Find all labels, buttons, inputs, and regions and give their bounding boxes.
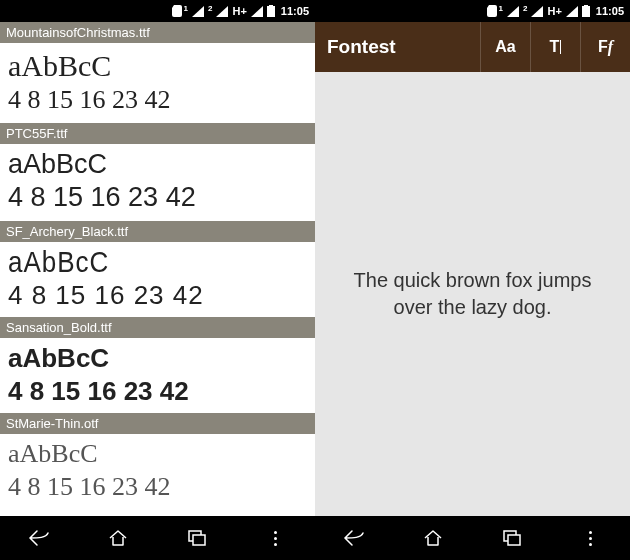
nav-bar <box>315 516 630 560</box>
sim2-label: 2 <box>523 4 527 13</box>
sample-numbers: 4 8 15 16 23 42 <box>8 86 307 115</box>
battery-icon <box>267 5 275 17</box>
ff-icon: Ff <box>598 38 613 56</box>
font-header[interactable]: PTC55F.ttf <box>0 123 315 144</box>
sample-letters: aAbBcC <box>8 150 307 180</box>
nav-bar <box>0 516 315 560</box>
font-header[interactable]: StMarie-Thin.otf <box>0 413 315 434</box>
signal-icon <box>216 6 228 17</box>
sim-card-icon: 1 <box>487 5 503 17</box>
sim1-label: 1 <box>184 4 188 13</box>
menu-dots-button[interactable] <box>566 523 616 553</box>
font-sample[interactable]: aAbBcC4 8 15 16 23 42 <box>0 338 315 413</box>
menu-dots-button[interactable] <box>251 523 301 553</box>
sample-numbers: 4 8 15 16 23 42 <box>8 473 307 502</box>
font-sample[interactable]: aAbBcC4 8 15 16 23 42 <box>0 242 315 317</box>
action-ff-button[interactable]: Ff <box>580 22 630 72</box>
text-cursor-icon: T <box>550 38 562 56</box>
signal-icon <box>566 6 578 17</box>
menu-dots-icon <box>274 531 277 546</box>
back-button[interactable] <box>329 523 379 553</box>
sample-numbers: 4 8 15 16 23 42 <box>8 183 307 213</box>
status-bar: 1 2 H+ 11:05 <box>0 0 315 22</box>
preview-area[interactable]: The quick brown fox jumps over the lazy … <box>315 72 630 516</box>
svg-rect-1 <box>193 535 205 545</box>
font-sample[interactable]: aAbBcC4 8 15 16 23 42 <box>0 43 315 123</box>
font-header[interactable]: SF_Archery_Black.ttf <box>0 221 315 242</box>
network-label: H+ <box>547 5 561 17</box>
battery-icon <box>582 5 590 17</box>
back-button[interactable] <box>14 523 64 553</box>
sim1-label: 1 <box>499 4 503 13</box>
svg-rect-3 <box>508 535 520 545</box>
home-button[interactable] <box>408 523 458 553</box>
signal-icon <box>251 6 263 17</box>
sample-letters: aAbBcC <box>8 49 307 82</box>
sample-numbers: 4 8 15 16 23 42 <box>8 377 307 406</box>
signal-icon <box>507 6 519 17</box>
menu-dots-icon <box>589 531 592 546</box>
clock: 11:05 <box>596 5 624 17</box>
app-title: Fontest <box>315 22 480 72</box>
aa-icon: Aa <box>495 38 515 56</box>
font-list[interactable]: MountainsofChristmas.ttfaAbBcC4 8 15 16 … <box>0 22 315 516</box>
home-button[interactable] <box>93 523 143 553</box>
sim2-label: 2 <box>208 4 212 13</box>
font-sample[interactable]: aAbBcC4 8 15 16 23 42 <box>0 434 315 509</box>
clock: 11:05 <box>281 5 309 17</box>
sample-numbers: 4 8 15 16 23 42 <box>8 281 307 310</box>
action-text-button[interactable]: T <box>530 22 580 72</box>
phone-left: 1 2 H+ 11:05 MountainsofChristmas.ttfaAb… <box>0 0 315 560</box>
signal-icon <box>192 6 204 17</box>
recent-apps-button[interactable] <box>172 523 222 553</box>
font-header[interactable]: Sansation_Bold.ttf <box>0 317 315 338</box>
recent-apps-button[interactable] <box>487 523 537 553</box>
sample-letters: aAbBcC <box>8 440 307 469</box>
preview-text: The quick brown fox jumps over the lazy … <box>343 267 602 321</box>
app-bar: Fontest Aa T Ff <box>315 22 630 72</box>
action-aa-button[interactable]: Aa <box>480 22 530 72</box>
sample-letters: aAbBcC <box>8 344 307 373</box>
font-sample[interactable]: aAbBcC4 8 15 16 23 42 <box>0 144 315 221</box>
phone-right: 1 2 H+ 11:05 Fontest Aa T <box>315 0 630 560</box>
font-header[interactable]: MountainsofChristmas.ttf <box>0 22 315 43</box>
network-label: H+ <box>232 5 246 17</box>
app-content: Fontest Aa T Ff The quick brown fox jump… <box>315 22 630 516</box>
sim-card-icon: 1 <box>172 5 188 17</box>
status-bar: 1 2 H+ 11:05 <box>315 0 630 22</box>
sample-letters: aAbBcC <box>8 247 307 278</box>
signal-icon <box>531 6 543 17</box>
